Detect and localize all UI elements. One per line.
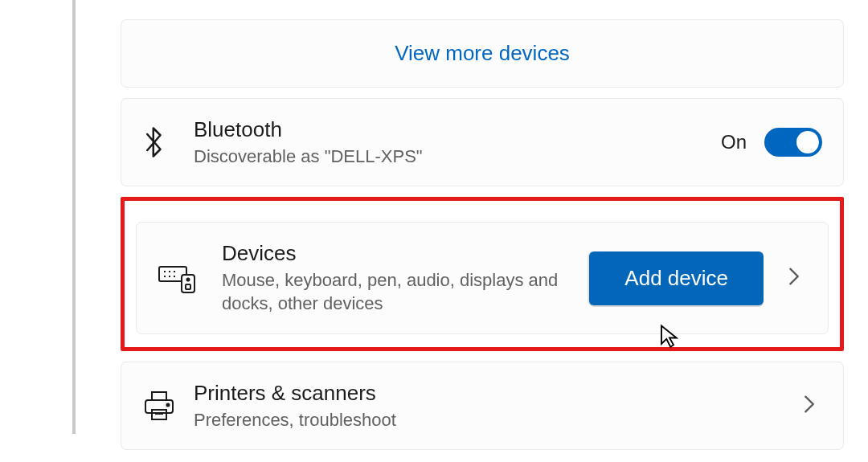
view-more-devices-button[interactable]: View more devices xyxy=(121,19,844,88)
chevron-right-icon xyxy=(781,267,807,289)
view-more-label: View more devices xyxy=(395,41,570,66)
svg-point-14 xyxy=(167,404,170,407)
devices-title: Devices xyxy=(222,240,589,267)
devices-row[interactable]: Devices Mouse, keyboard, pen, audio, dis… xyxy=(136,222,829,334)
bluetooth-title: Bluetooth xyxy=(194,117,721,143)
svg-point-8 xyxy=(187,279,190,281)
settings-panel: View more devices Bluetooth Discoverable… xyxy=(121,19,844,460)
bluetooth-row[interactable]: Bluetooth Discoverable as "DELL-XPS" On xyxy=(121,98,844,186)
chevron-right-icon xyxy=(796,395,822,417)
printers-subtitle: Preferences, troubleshoot xyxy=(194,408,596,432)
highlight-annotation: Devices Mouse, keyboard, pen, audio, dis… xyxy=(121,197,844,351)
printer-icon xyxy=(142,389,194,423)
printers-title: Printers & scanners xyxy=(194,380,796,407)
devices-subtitle: Mouse, keyboard, pen, audio, displays an… xyxy=(222,268,589,316)
toggle-knob xyxy=(796,131,819,153)
scroll-indicator xyxy=(72,0,76,434)
bluetooth-icon xyxy=(142,125,194,160)
bluetooth-subtitle: Discoverable as "DELL-XPS" xyxy=(194,145,596,169)
devices-icon xyxy=(158,262,222,294)
add-device-button[interactable]: Add device xyxy=(589,251,764,305)
svg-rect-11 xyxy=(152,392,166,400)
bluetooth-toggle[interactable] xyxy=(764,128,822,157)
bluetooth-state-label: On xyxy=(721,131,747,153)
printers-row[interactable]: Printers & scanners Preferences, trouble… xyxy=(121,362,844,450)
